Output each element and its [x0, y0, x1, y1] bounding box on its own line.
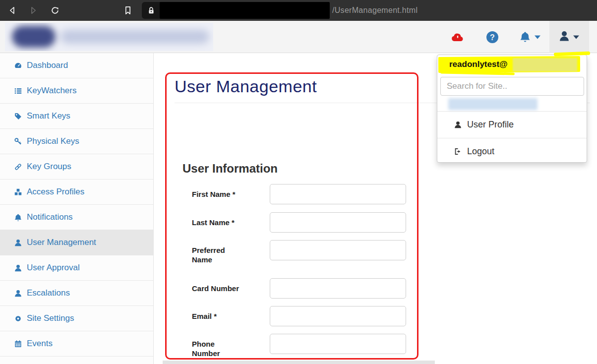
lock-icon: [146, 5, 157, 16]
menu-item-logout[interactable]: Logout: [437, 138, 587, 165]
back-icon[interactable]: [7, 5, 18, 16]
tag-icon: [12, 112, 23, 121]
email-label: Email *: [192, 306, 243, 321]
user-icon: [12, 238, 23, 247]
preferred-name-input[interactable]: [270, 240, 406, 260]
sidebar-item-events[interactable]: Events: [0, 331, 153, 357]
help-icon[interactable]: ?: [482, 21, 502, 53]
list-icon: [12, 86, 23, 95]
sidebar-nav: Dashboard KeyWatchers Smart Keys Physica…: [0, 53, 154, 364]
gear-icon: [12, 314, 23, 323]
sidebar-item-label: Site Settings: [27, 313, 74, 323]
first-name-label: First Name *: [192, 184, 243, 199]
calendar-icon: [12, 339, 23, 348]
sign-out-icon: [452, 147, 464, 156]
bell-icon[interactable]: [517, 21, 534, 53]
sidebar-item-label: Escalations: [27, 288, 70, 298]
sidebar-item-smart-keys[interactable]: Smart Keys: [0, 104, 153, 129]
forward-icon[interactable]: [28, 5, 39, 16]
sidebar-item-site-settings[interactable]: Site Settings: [0, 306, 153, 331]
section-title: User Information: [182, 162, 278, 176]
sidebar-item-label: Events: [27, 339, 53, 349]
chain-icon: [12, 162, 23, 171]
sidebar-item-label: Dashboard: [27, 61, 68, 70]
menu-item-label: User Profile: [467, 120, 514, 130]
sidebar-item-label: KeyWatchers: [27, 86, 76, 96]
user-icon: [452, 121, 464, 129]
reload-icon[interactable]: [50, 5, 60, 16]
chevron-down-icon[interactable]: [533, 21, 542, 53]
logo-blur-text: [60, 30, 209, 44]
sidebar-item-label: Physical Keys: [27, 136, 79, 146]
sidebar-item-label: User Approval: [27, 263, 80, 273]
preferred-name-label: Preferred Name: [192, 240, 243, 264]
sidebar-item-key-groups[interactable]: Key Groups: [0, 154, 153, 180]
sidebar-item-label: Access Profiles: [27, 187, 84, 197]
sidebar-item-label: Key Groups: [27, 162, 71, 172]
logo-blur-blob: [12, 26, 56, 48]
email-domain-redaction: [513, 58, 577, 71]
sidebar-item-access-profiles[interactable]: Access Profiles: [0, 180, 153, 205]
last-name-input[interactable]: [270, 212, 406, 233]
app-header: ?: [0, 21, 597, 53]
sidebar-item-user-approval[interactable]: User Approval: [0, 255, 153, 281]
email-input[interactable]: [270, 306, 406, 326]
url-text: /UserManagement.html: [332, 0, 418, 21]
site-name-redacted[interactable]: [448, 98, 537, 110]
bookmark-icon[interactable]: [122, 5, 133, 16]
sidebar-item-dashboard[interactable]: Dashboard: [0, 53, 153, 78]
menu-item-user-profile[interactable]: User Profile: [437, 111, 587, 138]
card-number-label: Card Number: [192, 278, 243, 293]
card-number-input[interactable]: [270, 278, 406, 299]
account-dropdown-menu: readonlytest@ User Profile Logout: [437, 55, 587, 163]
app-logo: [5, 23, 213, 51]
dashboard-icon: [12, 61, 23, 70]
sidebar-item-label: User Management: [27, 238, 96, 247]
account-menu-button[interactable]: [549, 21, 589, 53]
site-search-input[interactable]: [440, 77, 584, 96]
sidebar-item-escalations[interactable]: Escalations: [0, 281, 153, 306]
page-title: User Management: [175, 77, 317, 96]
chevron-down-icon: [573, 33, 580, 42]
content-bottom-edge: [163, 361, 435, 364]
browser-toolbar: /UserManagement.html: [0, 0, 597, 21]
phone-number-label: Phone Number: [192, 334, 243, 358]
phone-number-input[interactable]: [270, 334, 406, 354]
menu-item-label: Logout: [467, 146, 494, 157]
sidebar-item-notifications[interactable]: Notifications: [0, 205, 153, 230]
account-email-row: readonlytest@: [437, 55, 587, 75]
cloud-download-icon[interactable]: [448, 21, 468, 53]
sidebar-item-user-management[interactable]: User Management: [0, 230, 153, 255]
sidebar-item-keywatchers[interactable]: KeyWatchers: [0, 78, 153, 104]
sidebar-item-label: Smart Keys: [27, 111, 70, 121]
user-icon: [12, 289, 23, 298]
first-name-input[interactable]: [270, 184, 406, 204]
bell-icon: [12, 213, 23, 222]
user-icon: [559, 30, 570, 44]
svg-text:?: ?: [490, 33, 495, 41]
last-name-label: Last Name *: [192, 212, 243, 227]
cubes-icon: [12, 187, 23, 196]
user-icon: [12, 263, 23, 272]
sidebar-item-physical-keys[interactable]: Physical Keys: [0, 129, 153, 154]
key-icon: [12, 137, 23, 146]
sidebar-item-label: Notifications: [27, 212, 73, 222]
url-redaction: [160, 2, 330, 19]
account-email: readonlytest@: [449, 60, 508, 69]
